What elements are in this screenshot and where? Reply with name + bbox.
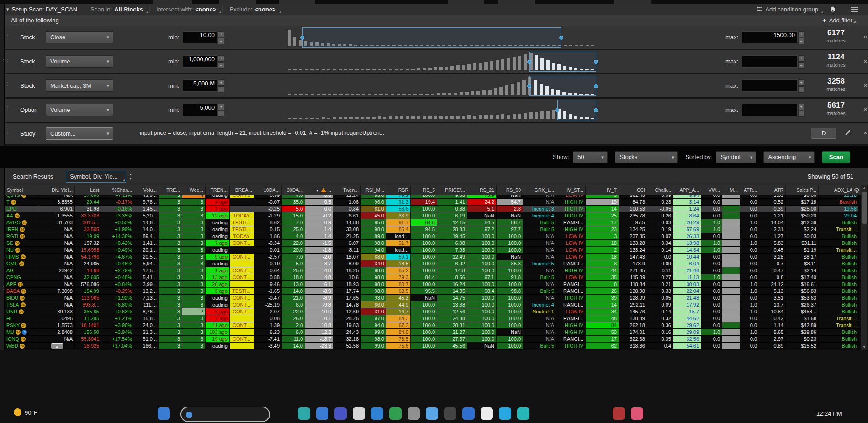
max-input[interactable] bbox=[742, 79, 798, 92]
decrement-button[interactable]: − bbox=[798, 111, 804, 117]
taskbar-search-box[interactable] bbox=[180, 407, 270, 422]
taskbar-app-icon[interactable] bbox=[499, 407, 511, 420]
range-handle-left[interactable] bbox=[300, 36, 304, 40]
max-input[interactable] bbox=[742, 104, 798, 116]
show-count-dropdown[interactable]: 50 bbox=[573, 151, 608, 163]
col-header-10day[interactable]: 10DA... bbox=[254, 185, 282, 195]
table-row[interactable]: NU24N/A15.6958+0.49%20,1...33loading0.01… bbox=[5, 247, 861, 254]
max-stepper[interactable]: +− bbox=[798, 55, 804, 68]
table-row[interactable]: MU24?2.8408156.50+3.94%21,3...33103 ago-… bbox=[5, 329, 861, 336]
taskbar-app-icon[interactable] bbox=[353, 407, 365, 420]
taskbar-app-icon[interactable] bbox=[426, 407, 438, 420]
table-row[interactable]: APP24N/A576.086+0.84%3,99...3320 ago9.46… bbox=[5, 281, 861, 288]
scan-button[interactable]: Scan bbox=[822, 151, 850, 163]
col-header-sort-warn[interactable]: ▼... bbox=[305, 185, 333, 195]
increment-button[interactable]: + bbox=[798, 31, 804, 37]
taskbar-app-icon[interactable] bbox=[158, 407, 170, 420]
scroll-to-top-button[interactable]: ▲ bbox=[51, 343, 63, 349]
taskbar-app-icon[interactable] bbox=[389, 407, 402, 420]
col-header-div-yield[interactable]: Div. Yiel... bbox=[40, 185, 75, 195]
col-header-pct-change[interactable]: %Chan... bbox=[101, 185, 134, 195]
table-row[interactable]: T243.835529.44-0.17%9,78...334 ago-0.073… bbox=[5, 199, 861, 206]
setup-scan-menu[interactable]: ▾ Setup Scan: DAY_SCAN bbox=[0, 4, 84, 15]
table-row[interactable]: SE24N/A197.32+0.42%1,41...337 agoCONT...… bbox=[5, 240, 861, 247]
col-header-atr-flag[interactable]: ATR... bbox=[740, 185, 759, 195]
decrement-button[interactable]: − bbox=[218, 62, 224, 69]
range-handle-left[interactable] bbox=[527, 60, 531, 64]
col-header-vw[interactable]: VW... bbox=[701, 185, 722, 195]
scan-in-selector[interactable]: Scan in: All Stocks bbox=[84, 4, 149, 15]
table-row[interactable]: HL.049511.285+1.21%15,8...337 ago0.0826.… bbox=[5, 315, 861, 322]
decrement-button[interactable]: − bbox=[218, 111, 224, 117]
edit-study-button[interactable] bbox=[844, 129, 852, 136]
decrement-button[interactable]: − bbox=[218, 86, 224, 93]
table-scrollbar[interactable]: ▲ ▼ bbox=[861, 185, 867, 350]
col-header-rs-5[interactable]: RS_5 bbox=[411, 185, 437, 195]
table-row[interactable]: TSLA24N/A393.8...+6.80%111,...33loadingC… bbox=[5, 301, 861, 308]
panel-resize-handle[interactable]: ⋮ ⋮ bbox=[0, 4, 5, 351]
column-set-stepper[interactable]: ▲▼ bbox=[129, 173, 132, 180]
scroll-up-arrow[interactable]: ▲ bbox=[861, 185, 868, 191]
column-settings-button[interactable] bbox=[852, 185, 861, 195]
sort-field-dropdown[interactable]: Symbol bbox=[716, 151, 756, 163]
col-header-grk[interactable]: GRK_L... bbox=[523, 185, 556, 195]
increment-button[interactable]: + bbox=[798, 79, 804, 86]
remove-filter-button[interactable]: × bbox=[863, 106, 868, 113]
range-selection-box[interactable] bbox=[529, 76, 596, 96]
taskbar-app-icon[interactable] bbox=[462, 407, 475, 420]
table-row[interactable]: AVGO2431.703361.5...+0.53%14,6...33loadi… bbox=[5, 219, 861, 226]
taskbar-app-icon[interactable] bbox=[298, 407, 310, 420]
decrement-button[interactable]: − bbox=[218, 38, 224, 44]
col-header-rs-50[interactable]: RS_50 bbox=[497, 185, 523, 195]
taskbar-app-icon[interactable] bbox=[371, 407, 383, 420]
taskbar-app-icon[interactable] bbox=[631, 407, 643, 420]
taskbar-app-icon[interactable] bbox=[517, 407, 529, 420]
table-row[interactable]: EPD6.90131.98+0.16%1,45...332 ago-0.255.… bbox=[5, 206, 861, 212]
range-handle-right[interactable] bbox=[594, 108, 598, 112]
col-header-app-a[interactable]: APP_A... bbox=[673, 185, 701, 195]
increment-button[interactable]: + bbox=[218, 31, 224, 37]
col-header-iv-t[interactable]: IV_T bbox=[586, 185, 619, 195]
table-row[interactable]: BIDU24N/A113.965+1.92%7,13...33loadingCO… bbox=[5, 295, 861, 301]
min-input[interactable]: 10.00 bbox=[183, 31, 217, 43]
taskbar-app-icon[interactable] bbox=[334, 407, 347, 420]
result-type-dropdown[interactable]: Stocks bbox=[615, 151, 678, 163]
table-row[interactable]: RGTI24N/A19.09+14.38%89,4...33loadingTOD… bbox=[5, 233, 861, 240]
filter-field-dropdown[interactable]: Volume bbox=[46, 55, 113, 68]
weather-temperature[interactable]: 90°F bbox=[25, 409, 37, 416]
range-selection-box[interactable] bbox=[529, 52, 596, 72]
min-input[interactable]: 5,000 bbox=[183, 104, 217, 116]
col-header-symbol[interactable]: Symbol bbox=[5, 185, 40, 195]
col-header-chaikin[interactable]: Chaik... bbox=[647, 185, 673, 195]
max-stepper[interactable]: +− bbox=[798, 31, 804, 43]
range-handle-left[interactable] bbox=[527, 84, 531, 88]
table-row[interactable]: UNH2489.133355.85+0.63%8,76...326 agoCON… bbox=[5, 308, 861, 315]
table-row[interactable]: WBD24▲18.925+17.04%166,...33loading-3.49… bbox=[5, 343, 861, 349]
col-header-30day[interactable]: 30DA... bbox=[282, 185, 305, 195]
max-stepper[interactable]: +− bbox=[798, 79, 804, 92]
col-header-trend[interactable]: TREN... bbox=[206, 185, 230, 195]
remove-filter-button[interactable]: × bbox=[863, 58, 868, 64]
tab-search-results[interactable]: Search Results bbox=[13, 173, 53, 180]
max-input[interactable] bbox=[742, 55, 798, 68]
col-header-rsr[interactable]: RSR bbox=[386, 185, 411, 195]
remove-filter-button[interactable]: × bbox=[863, 82, 868, 89]
max-stepper[interactable]: +− bbox=[798, 104, 804, 116]
taskbar-app-icon[interactable] bbox=[408, 407, 420, 420]
filter-field-dropdown[interactable]: Volume bbox=[46, 104, 113, 116]
range-selection-box[interactable] bbox=[557, 100, 596, 120]
add-filter-button[interactable]: + Add filter bbox=[822, 16, 857, 24]
range-handle-left[interactable] bbox=[555, 108, 559, 112]
table-row[interactable]: GME24N/A24.965+0.46%5,94...33loading-0.1… bbox=[5, 260, 861, 267]
col-header-cci[interactable]: CCI bbox=[619, 185, 647, 195]
filter-field-dropdown[interactable]: Close bbox=[46, 31, 113, 43]
col-header-atr[interactable]: ATR bbox=[759, 185, 786, 195]
remove-filter-button[interactable]: × bbox=[863, 33, 868, 40]
decrement-button[interactable]: − bbox=[798, 86, 804, 93]
exclude-selector[interactable]: Exclude: <none> bbox=[223, 4, 282, 15]
hot-scans-button[interactable] bbox=[825, 4, 841, 15]
min-input[interactable]: 1,000,000 bbox=[183, 55, 217, 68]
intersect-with-selector[interactable]: Intersect with: <none> bbox=[150, 4, 222, 15]
table-row[interactable]: AA241.355533.3703+3.35%5,20...3312 agoTO… bbox=[5, 212, 861, 219]
range-handle-right[interactable] bbox=[594, 60, 598, 64]
